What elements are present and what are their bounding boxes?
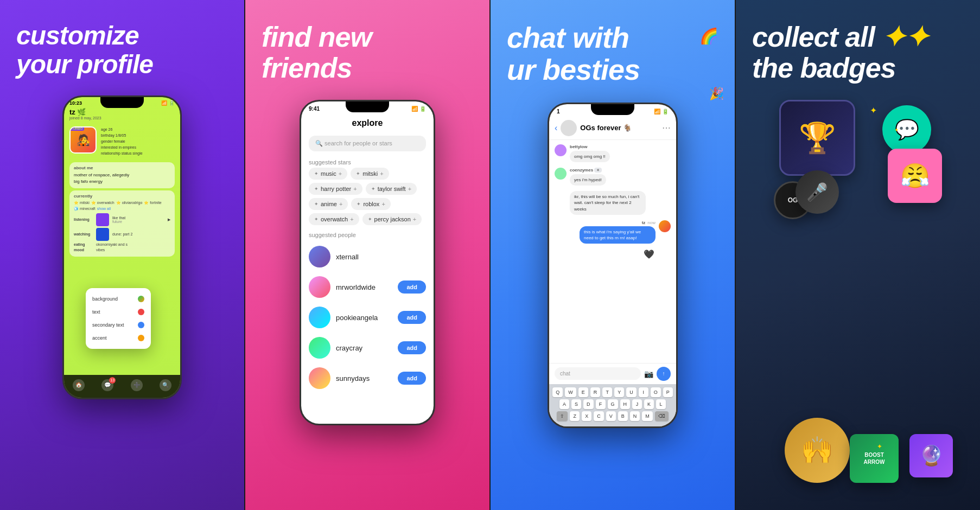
panel-customize: customize your profile 10:23 📶 🔋 tz 🌿 jo… [0, 0, 244, 510]
p1-bottom-nav: 🏠 💬13 ➕ 🔍 [64, 375, 180, 398]
p2-tag-percy[interactable]: ✦ percy jackson + [362, 213, 422, 225]
p3-send-button[interactable]: ↑ [657, 367, 671, 381]
p1-tag-showall[interactable]: show all [97, 207, 111, 211]
p1-color-dropdown[interactable]: background text secondary text accent [86, 288, 151, 349]
p3-msg-extra: ikr, this will be so much fun, i can't w… [555, 191, 671, 215]
p3-chat-header: ‹ OGs forever 🐐 ⋯ [549, 117, 676, 140]
p2-tag-overwatch[interactable]: ✦ overwatch + [309, 213, 359, 225]
p3-key-o[interactable]: O [651, 387, 661, 397]
p2-tags-container: ✦ music + ✦ mitski + ✦ harry potter + ✦ … [301, 168, 434, 229]
p2-time: 9:41 [309, 106, 320, 112]
p2-add-pookieangela[interactable]: add [398, 311, 426, 324]
p1-bg-color-dot[interactable] [138, 296, 144, 302]
p3-key-e[interactable]: E [578, 387, 588, 397]
p1-tag-olivia: ⭐ oliviarodrigo [116, 201, 143, 205]
p1-turbo-badge: TURBO [69, 126, 84, 131]
p1-avatar-emoji: 🧑‍🎤 [71, 127, 96, 152]
p3-input-area: chat 📷 ↑ [549, 363, 676, 384]
p1-listening-label: listening [74, 218, 93, 221]
p3-key-i[interactable]: I [639, 387, 648, 397]
p1-dropdown-text[interactable]: text [86, 305, 151, 318]
p3-key-v[interactable]: V [606, 411, 616, 421]
p3-key-n[interactable]: N [630, 411, 640, 421]
p1-dropdown-background[interactable]: background [86, 292, 151, 305]
p3-key-z[interactable]: Z [570, 411, 580, 421]
p2-add-mrworldwide[interactable]: add [398, 280, 426, 294]
p3-key-backspace[interactable]: ⌫ [655, 411, 669, 421]
p3-key-w[interactable]: W [565, 387, 576, 397]
p2-tag-music[interactable]: ✦ music + [309, 168, 347, 180]
p1-nav-home[interactable]: 🏠 [73, 379, 85, 391]
p3-camera-icon[interactable]: 📷 [644, 369, 653, 378]
p3-key-h[interactable]: H [620, 399, 631, 409]
p3-key-s[interactable]: S [571, 399, 581, 409]
p2-tag-taylor-swift[interactable]: ✦ taylor swift + [366, 183, 417, 195]
p3-key-l[interactable]: L [656, 399, 666, 409]
p1-nav-chat[interactable]: 💬13 [101, 379, 113, 391]
p1-accent-color-dot[interactable] [138, 335, 144, 341]
p3-back-button[interactable]: ‹ [555, 123, 557, 133]
p3-chat-input[interactable]: chat [555, 367, 641, 380]
p1-dropdown-accent[interactable]: accent [86, 331, 151, 345]
p3-key-g[interactable]: G [608, 399, 618, 409]
p1-profile-section: TURBO 🧑‍🎤 age 26 birthday 1/8/05 gender … [64, 123, 180, 160]
phone-screen-3: 1 📶 🔋 ‹ OGs forever 🐐 ⋯ bettylow omg omg… [549, 104, 676, 426]
p2-tag-anime[interactable]: ✦ anime + [309, 198, 348, 210]
p1-nav-add[interactable]: ➕ [131, 379, 143, 391]
p3-menu-button[interactable]: ⋯ [662, 123, 671, 133]
p3-key-q[interactable]: Q [552, 387, 563, 397]
p2-name-sunnydays: sunnydays [336, 374, 392, 382]
p2-tag-roblox[interactable]: ✦ roblox + [351, 198, 390, 210]
p1-currently-box: currently ⭐ mitski ⭐ overwatch ⭐ oliviar… [69, 190, 175, 257]
p3-key-k[interactable]: K [644, 399, 654, 409]
badge-boost-label: BOOSTARROW [864, 451, 885, 466]
p2-add-craycray[interactable]: add [398, 341, 426, 354]
p3-key-u[interactable]: U [626, 387, 637, 397]
badge-pink-face-icon: 😤 [900, 162, 930, 190]
p1-listening-thumb [96, 213, 109, 226]
p3-bubble-tz: this is what i'm saying y'all we need to… [580, 226, 656, 244]
p3-bubble-bettylow: omg omg omg !! [570, 151, 610, 162]
p2-avatar-craycray [309, 337, 330, 359]
p3-chat-avatar [561, 120, 577, 136]
star-deco-3: ✦ [877, 443, 882, 450]
p2-add-sunnydays[interactable]: add [398, 372, 426, 385]
p1-relationship: relationship status single [101, 150, 143, 156]
p2-tag-mitski-label: mitski [362, 170, 378, 177]
p3-key-p[interactable]: P [663, 387, 673, 397]
p2-name-craycray: craycray [336, 344, 392, 352]
p3-chat-name: OGs forever 🐐 [580, 124, 659, 132]
p2-avatar-sunnydays [309, 367, 330, 389]
p2-tag-harry-potter[interactable]: ✦ harry potter + [309, 183, 362, 195]
p3-key-a[interactable]: A [559, 399, 569, 409]
p3-avatar-coenzymes [555, 168, 567, 180]
p1-currently-label: currently [74, 194, 170, 199]
p3-key-t[interactable]: T [602, 387, 612, 397]
p1-watching-row: watching dune: part 2 [74, 228, 170, 241]
p3-key-c[interactable]: C [594, 411, 604, 421]
p3-key-m[interactable]: M [642, 411, 653, 421]
p3-key-b[interactable]: B [618, 411, 628, 421]
p3-key-y[interactable]: Y [614, 387, 624, 397]
badge-purple-icon: 🔮 [919, 444, 944, 467]
p1-play-icon[interactable]: ▶ [168, 218, 170, 222]
p3-name-bettylow: bettylow [570, 144, 671, 149]
p3-key-x[interactable]: X [582, 411, 591, 421]
p1-text-color-dot[interactable] [138, 309, 144, 315]
p1-tag-mitski: ⭐ mitski [74, 201, 90, 205]
p1-interested: interested in empires [101, 144, 143, 150]
p2-search-bar[interactable]: 🔍 search for people or stars [309, 136, 426, 151]
p2-tag-mitski[interactable]: ✦ mitski + [351, 168, 389, 180]
p1-dropdown-secondary-text[interactable]: secondary text [86, 318, 151, 331]
p3-key-d[interactable]: D [583, 399, 594, 409]
p2-person-craycray: craycray add [301, 333, 434, 363]
p3-time: 1 [557, 109, 560, 114]
p3-key-r[interactable]: R [590, 387, 601, 397]
p1-nav-search[interactable]: 🔍 [160, 379, 171, 391]
p3-key-j[interactable]: J [632, 399, 642, 409]
badges-container: 🏆 💬 OG 🎤 😤 🙌 BOOSTARROW 🔮 [752, 94, 964, 494]
p3-key-f[interactable]: F [596, 399, 606, 409]
p3-heart-reaction: 🖤 [555, 249, 671, 259]
p1-secondary-color-dot[interactable] [138, 322, 144, 328]
p3-key-shift[interactable]: ⇧ [557, 411, 568, 421]
